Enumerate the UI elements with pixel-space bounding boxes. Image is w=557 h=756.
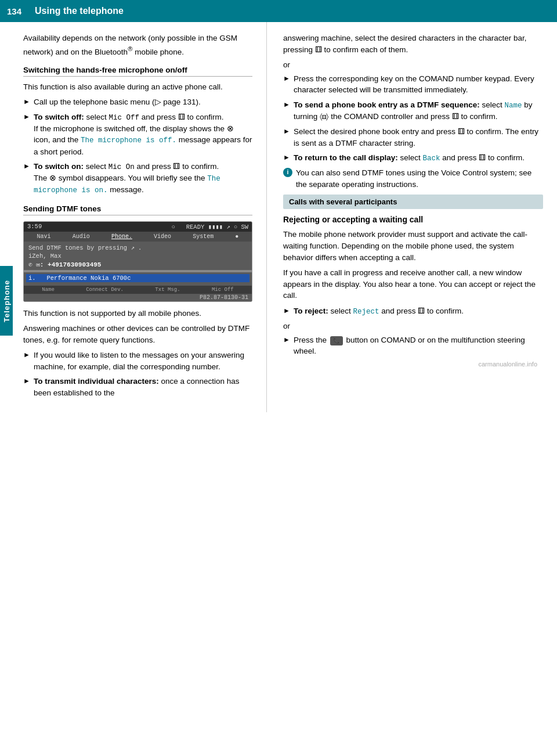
section2-heading: Sending DTMF tones (23, 204, 252, 215)
phone-button-icon: 📞 (330, 336, 343, 346)
nav-icon: ● (233, 233, 240, 240)
bullet-switch-off: ► To switch off: select Mic Off and pres… (23, 111, 252, 157)
bullet-arrow-icon: ► (283, 100, 290, 123)
dtmf-status: ○ READY ▮▮▮▮ ↗ ○ SW (172, 223, 248, 231)
header-bar: 134 Using the telephone (0, 0, 557, 22)
watermark: carmanualonline.info (283, 361, 543, 373)
page-number: 134 (7, 6, 24, 16)
dtmf-btn-txt: Txt Msg. (155, 287, 180, 293)
bullet-arrow-icon: ► (23, 161, 30, 196)
bullet-arrow-icon: ► (283, 153, 290, 164)
section1-heading: Switching the hands-free microphone on/o… (23, 66, 252, 77)
bullet-arrow-icon: ► (283, 306, 290, 317)
dtmf-bottom-bar: Name Connect Dev. Txt Msg. Mic Off (24, 286, 252, 294)
dtmf-time: 3:59 (27, 223, 42, 230)
main-content: Availability depends on the network (onl… (0, 22, 557, 412)
dtmf-phone: ✆ ✉: +4917630903495 (28, 261, 247, 268)
bullet-select-entry: ► Select the desired phone book entry an… (283, 126, 543, 149)
rejecting-heading: Rejecting or accepting a waiting call (283, 215, 543, 224)
dtmf-content: Send DTMF tones by pressing ↗ . iZeh, Ma… (24, 242, 252, 286)
left-column: Availability depends on the network (onl… (0, 22, 267, 412)
page-title: Using the telephone (35, 6, 124, 16)
bullet-keypad: ► Press the corresponding key on the COM… (283, 73, 543, 96)
dtmf-selected: i. Performance Nokia 6700c (26, 274, 249, 282)
nav-system: System (191, 233, 215, 240)
bullet-return-display: ► To return to the call display: select … (283, 152, 543, 164)
right-continued: answering machine, select the desired ch… (283, 33, 543, 55)
dtmf-top-bar: 3:59 ○ READY ▮▮▮▮ ↗ ○ SW (24, 222, 252, 232)
info-icon: i (283, 168, 292, 177)
dtmf-caption: P82.87-8130-31 (24, 294, 252, 301)
bullet-arrow-icon: ► (283, 74, 290, 96)
bullet-arrow-icon: ► (23, 376, 30, 398)
waiting-call-para2: If you have a call in progress and recei… (283, 267, 543, 301)
bullet-arrow-icon: ► (23, 350, 30, 372)
nav-phone: Phone. (110, 233, 134, 240)
nav-video: Video (152, 233, 173, 240)
info-block: i You can also send DTMF tones using the… (283, 167, 543, 190)
dtmf-line1: Send DTMF tones by pressing ↗ . (28, 244, 247, 251)
bullet-dtmf-sequence: ► To send a phone book entry as a DTMF s… (283, 99, 543, 123)
info-text: You can also send DTMF tones using the V… (296, 167, 543, 190)
or-separator-2: or (283, 321, 543, 332)
dtmf-btn-connect: Connect Dev. (86, 287, 124, 293)
dtmf-para1: This function is not supported by all mo… (23, 308, 252, 319)
bullet-listen-messages: ► If you would like to listen to the mes… (23, 350, 252, 372)
bullet-arrow-icon: ► (23, 112, 30, 157)
bullet-switch-on: ► To switch on: select Mic On and press … (23, 161, 252, 196)
dtmf-btn-mic: Mic Off (212, 287, 234, 293)
dtmf-separator (24, 270, 252, 272)
bullet-arrow-icon: ► (23, 97, 30, 108)
dtmf-btn-name: Name (42, 287, 55, 293)
bullet-arrow-icon: ► (283, 335, 290, 357)
right-column: answering machine, select the desired ch… (267, 22, 557, 412)
dtmf-nav-bar: Navi Audio Phone. Video System ● (24, 232, 252, 242)
participants-box: Calls with several participants (283, 195, 543, 209)
bullet-transmit-chars: ► To transmit individual characters: onc… (23, 376, 252, 398)
section1-para1: This function is also available during a… (23, 81, 252, 93)
intro-paragraph: Availability depends on the network (onl… (23, 33, 252, 57)
bullet-press-button: ► Press the 📞 button on COMAND or on the… (283, 334, 543, 357)
dtmf-para2: Answering machines or other devices can … (23, 323, 252, 345)
bullet-arrow-icon: ► (283, 127, 290, 149)
bullet-call-menu: ► Call up the telephone basic menu (▷ pa… (23, 96, 252, 108)
nav-navi: Navi (35, 233, 53, 240)
dtmf-line2: iZeh, Max (28, 253, 247, 260)
nav-audio: Audio (71, 233, 92, 240)
dtmf-screen: 3:59 ○ READY ▮▮▮▮ ↗ ○ SW Navi Audio Phon… (23, 221, 252, 302)
or-separator-1: or (283, 59, 543, 71)
bullet-reject: ► To reject: select Reject and press ⚅ t… (283, 305, 543, 317)
waiting-call-para1: The mobile phone network provider must s… (283, 229, 543, 263)
